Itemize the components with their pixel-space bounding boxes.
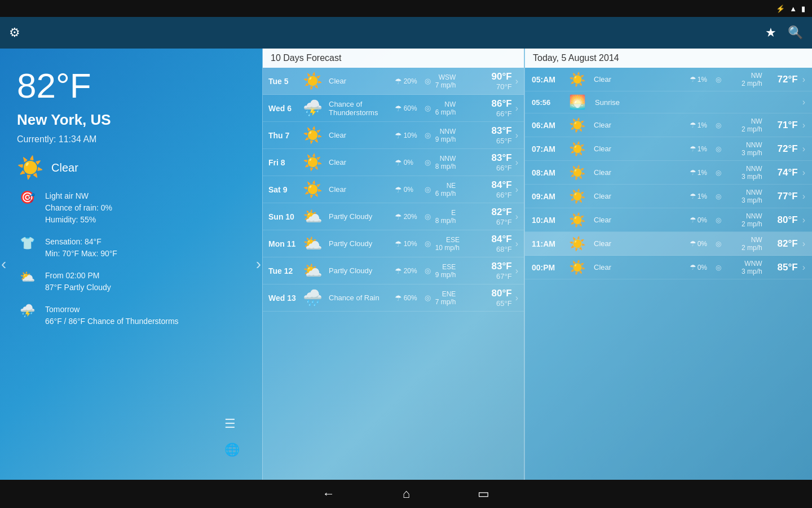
hour-row-arrow: ›	[802, 191, 805, 202]
day-temp-range: 80°F 65°F	[475, 288, 512, 308]
day-condition: Chance of Thunderstorms	[329, 100, 391, 117]
list-icon[interactable]: ☰	[224, 417, 240, 431]
row-arrow-icon: ›	[515, 293, 518, 303]
wind-circle-icon: ◎	[425, 212, 431, 221]
wind-circle-icon: ◎	[425, 131, 431, 139]
day-weather-icon: ⛈️	[303, 99, 325, 117]
day-temp-high: 86°F	[475, 98, 512, 110]
next-location-arrow[interactable]: ›	[256, 255, 261, 273]
forecast-day-row[interactable]: Tue 5 ☀️ Clear ☂ 20% ◎ WSW7 mp/h 90°F 70…	[263, 68, 524, 95]
hourly-row[interactable]: 07:AM ☀️ Clear ☂ 1% ◎ NNW3 mp/h 72°F ›	[525, 137, 812, 161]
hour-wind-info: NW2 mp/h	[726, 236, 762, 252]
hourly-row[interactable]: 05:AM ☀️ Clear ☂ 1% ◎ NW2 mp/h 72°F ›	[525, 68, 812, 91]
day-condition: Clear	[329, 158, 391, 167]
hour-time-label: 09:AM	[532, 192, 564, 201]
forecast-day-row[interactable]: Wed 13 🌧️ Chance of Rain ☂ 60% ◎ ENE7 mp…	[263, 284, 524, 312]
hour-temperature: 71°F	[767, 120, 798, 131]
rain-chance-label: Chance of rain: 0%	[45, 202, 112, 214]
wind-icon: 🎯	[17, 190, 37, 205]
day-rain-info: ☂ 0%	[395, 158, 420, 167]
hour-weather-icon: ☀️	[569, 140, 589, 157]
hour-time-label: 06:AM	[532, 121, 564, 130]
left-panel: ‹ › 82°F New York, US Currently: 11:34 A…	[0, 49, 262, 480]
forecast-day-row[interactable]: Sat 9 ☀️ Clear ☂ 0% ◎ NE6 mp/h 84°F 66°F…	[263, 176, 524, 203]
hour-wind-info: WNW3 mp/h	[726, 260, 762, 275]
day-weather-icon: ⛅	[303, 234, 325, 253]
prev-location-arrow[interactable]: ‹	[1, 255, 6, 273]
hourly-rows: 05:AM ☀️ Clear ☂ 1% ◎ NW2 mp/h 72°F › 05…	[525, 68, 812, 279]
day-rain-info: ☂ 20%	[395, 266, 420, 275]
day-rain-info: ☂ 60%	[395, 104, 420, 113]
forecast-day-row[interactable]: Wed 6 ⛈️ Chance of Thunderstorms ☂ 60% ◎…	[263, 95, 524, 122]
hour-row-arrow: ›	[802, 239, 805, 249]
umbrella-icon: ☂	[395, 158, 402, 167]
day-rain-info: ☂ 10%	[395, 239, 420, 248]
hour-condition: Clear	[594, 121, 685, 129]
umbrella-icon: ☂	[395, 77, 402, 86]
tomorrow-desc-label: 66°F / 86°F Chance of Thunderstorms	[45, 316, 179, 327]
forecast-rows: Tue 5 ☀️ Clear ☂ 20% ◎ WSW7 mp/h 90°F 70…	[263, 68, 524, 312]
day-temp-low: 67°F	[475, 272, 512, 281]
day-temp-low: 65°F	[475, 299, 512, 308]
hour-time-label: 10:AM	[532, 216, 564, 225]
recents-button[interactable]: ▭	[478, 487, 489, 501]
day-label: Tue 12	[268, 266, 299, 275]
hourly-row[interactable]: 11:AM ☀️ Clear ☂ 0% ◎ NW2 mp/h 82°F ›	[525, 232, 812, 256]
day-weather-icon: ☀️	[303, 126, 325, 144]
forecast-day-row[interactable]: Mon 11 ⛅ Partly Cloudy ☂ 10% ◎ ESE10 mp/…	[263, 230, 524, 257]
back-button[interactable]: ←	[323, 487, 335, 501]
sensation-details: Sensation: 84°F Min: 70°F Max: 90°F	[45, 236, 117, 260]
hour-umbrella-icon: ☂	[690, 192, 696, 200]
umbrella-icon: ☂	[395, 212, 402, 221]
hour-wind-icon: ◎	[716, 76, 721, 84]
hour-rain-info: ☂ 0%	[690, 239, 711, 248]
tomorrow-details: Tomorrow 66°F / 86°F Chance of Thunderst…	[45, 304, 179, 327]
hourly-row[interactable]: 10:AM ☀️ Clear ☂ 0% ◎ NNW2 mp/h 80°F ›	[525, 208, 812, 232]
hour-umbrella-icon: ☂	[690, 239, 696, 248]
later-forecast-row: ⛅ From 02:00 PM 87°F Partly Cloudy	[17, 268, 251, 296]
day-temp-high: 83°F	[475, 261, 512, 272]
hour-condition: Clear	[594, 263, 685, 271]
hourly-row[interactable]: 09:AM ☀️ Clear ☂ 1% ◎ NNW3 mp/h 77°F ›	[525, 185, 812, 208]
favorite-icon[interactable]: ★	[765, 25, 776, 40]
forecast-day-row[interactable]: Fri 8 ☀️ Clear ☂ 0% ◎ NNW8 mp/h 83°F 66°…	[263, 149, 524, 176]
day-temp-high: 84°F	[475, 234, 512, 245]
sensation-icon: 👕	[17, 236, 37, 251]
day-weather-icon: ☀️	[303, 153, 325, 172]
settings-icon[interactable]: ⚙	[9, 25, 20, 40]
hourly-row[interactable]: 06:AM ☀️ Clear ☂ 1% ◎ NW2 mp/h 71°F ›	[525, 113, 812, 137]
hour-wind-icon: ◎	[716, 240, 721, 248]
hour-condition: Clear	[594, 75, 685, 84]
search-icon[interactable]: 🔍	[788, 25, 803, 40]
day-wind-info: ESE10 mp/h	[435, 236, 472, 252]
day-condition: Partly Cloudy	[329, 239, 391, 248]
hour-wind-icon: ◎	[716, 264, 721, 271]
hour-umbrella-icon: ☂	[690, 75, 696, 84]
day-condition: Clear	[329, 131, 391, 139]
day-temp-range: 90°F 70°F	[475, 71, 512, 91]
hour-rain-info: ☂ 1%	[690, 192, 711, 200]
bluetooth-icon: ⚡	[776, 5, 785, 13]
sensation-label: Sensation: 84°F	[45, 236, 117, 248]
day-temp-high: 90°F	[475, 71, 512, 82]
day-wind-info: NE6 mp/h	[435, 182, 472, 198]
forecast-day-row[interactable]: Tue 12 ⛅ Partly Cloudy ☂ 20% ◎ ESE9 mp/h…	[263, 257, 524, 284]
hourly-row[interactable]: 08:AM ☀️ Clear ☂ 1% ◎ NNW3 mp/h 74°F ›	[525, 161, 812, 185]
day-temp-high: 82°F	[475, 207, 512, 218]
current-temperature: 82°F	[17, 65, 251, 106]
globe-icon[interactable]: 🌐	[224, 443, 240, 457]
sensation-row: 👕 Sensation: 84°F Min: 70°F Max: 90°F	[17, 234, 251, 262]
hour-weather-icon: ☀️	[569, 235, 589, 252]
day-label: Wed 6	[268, 104, 299, 113]
forecast-day-row[interactable]: Thu 7 ☀️ Clear ☂ 10% ◎ NNW9 mp/h 83°F 65…	[263, 122, 524, 149]
top-bar: ⚙ ★ 🔍	[0, 17, 812, 49]
hour-row-arrow: ›	[802, 120, 805, 130]
tomorrow-label: Tomorrow	[45, 304, 179, 316]
hour-temperature: 80°F	[767, 214, 798, 226]
day-temp-high: 83°F	[475, 125, 512, 137]
day-wind-info: ENE7 mp/h	[435, 290, 472, 306]
wind-label: Light air NW	[45, 190, 112, 202]
hourly-row[interactable]: 00:PM ☀️ Clear ☂ 0% ◎ WNW3 mp/h 85°F ›	[525, 256, 812, 279]
home-button[interactable]: ⌂	[403, 487, 410, 501]
forecast-day-row[interactable]: Sun 10 ⛅ Partly Cloudy ☂ 20% ◎ E8 mp/h 8…	[263, 203, 524, 230]
